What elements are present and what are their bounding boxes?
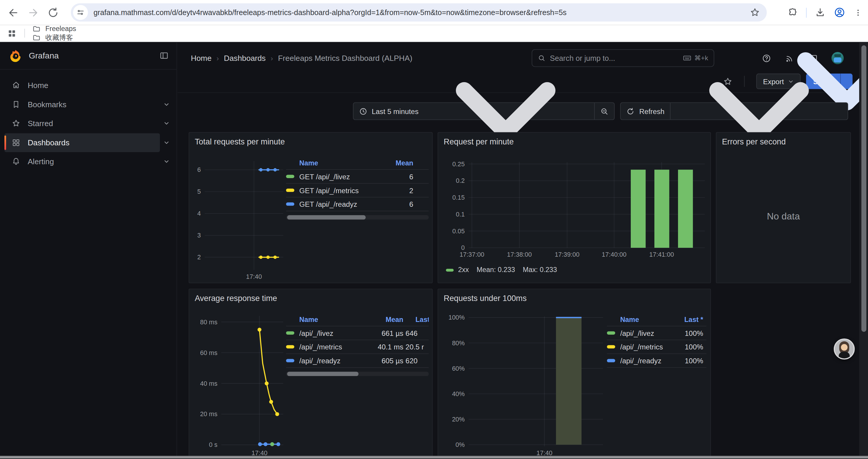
table-row[interactable]: GET /api/_/livez6 — [286, 170, 429, 184]
url-text[interactable]: grafana.mathmast.com/d/deytv4rwavabkb/fr… — [93, 8, 745, 17]
toolbar-divider — [806, 7, 807, 18]
svg-text:17:40: 17:40 — [246, 273, 262, 280]
series-name[interactable]: GET /api/_/livez — [299, 172, 382, 181]
column-header-name[interactable]: Name — [299, 316, 371, 323]
table-row[interactable]: /api/_/livez100% — [607, 326, 706, 340]
table-hscrollbar[interactable] — [286, 371, 429, 376]
refresh-interval-button[interactable] — [670, 103, 848, 119]
series-color-pill — [286, 189, 294, 192]
column-header-name[interactable]: Name — [299, 159, 382, 167]
timeseries-chart[interactable]: 17:4080 ms60 ms40 ms20 ms0 s — [193, 311, 284, 456]
panel-avg-response-time: Average response time 17:4080 ms60 ms40 … — [189, 289, 433, 456]
panel-title[interactable]: Request per minute — [444, 137, 514, 146]
browser-toolbar: grafana.mathmast.com/d/deytv4rwavabkb/fr… — [0, 0, 868, 25]
sidebar-item-dashboards[interactable]: Dashboards — [0, 133, 176, 152]
column-header[interactable]: Mean — [371, 316, 404, 323]
series-name[interactable]: GET /api/_/metrics — [299, 186, 382, 194]
table-row[interactable]: GET /api/_/readyz6 — [286, 198, 429, 211]
bookmark-folder[interactable]: 收藏博客 — [32, 33, 76, 42]
reload-icon[interactable] — [47, 6, 59, 19]
sidebar-item-alerting[interactable]: Alerting — [0, 152, 176, 171]
sidebar-item-home[interactable]: Home — [0, 76, 176, 95]
panel-title[interactable]: Errors per second — [722, 137, 786, 146]
breadcrumb-item[interactable]: Home — [191, 54, 212, 63]
bookmark-folder[interactable]: Freeleaps — [32, 24, 76, 33]
panel-title[interactable]: Requests under 100ms — [444, 294, 527, 302]
svg-text:3: 3 — [197, 232, 201, 239]
column-header[interactable]: Last * — [403, 316, 429, 323]
refresh-icon — [627, 107, 635, 115]
forward-icon[interactable] — [27, 6, 39, 19]
svg-text:17:39:00: 17:39:00 — [555, 251, 580, 258]
bookmark-star-icon[interactable] — [749, 7, 760, 18]
chart-legend[interactable]: 2xx Mean: 0.233 Max: 0.233 — [446, 266, 557, 274]
series-value: 2 — [382, 186, 413, 194]
assistant-avatar-overlay[interactable] — [834, 338, 855, 359]
table-hscrollbar[interactable] — [286, 215, 429, 220]
table-header-row: NameLast * — [607, 314, 706, 326]
panel-requests-under-100ms: Requests under 100ms 17:40100%80%60%40%2… — [438, 289, 711, 456]
active-indicator — [4, 135, 6, 150]
series-value: 40.1 ms — [371, 342, 404, 351]
apps-grid-icon[interactable] — [7, 28, 17, 38]
sidebar-item-bookmarks[interactable]: Bookmarks — [0, 95, 176, 114]
series-value: 20.5 r — [403, 342, 429, 351]
series-name[interactable]: /api/_/readyz — [620, 357, 675, 365]
refresh-button[interactable]: Refresh — [621, 103, 670, 119]
chevron-down-icon — [163, 139, 169, 145]
series-color-pill — [286, 331, 294, 335]
series-value: 661 µs — [371, 329, 404, 337]
page-scrollbar-thumb[interactable] — [862, 45, 867, 332]
table-row[interactable]: /api/_/readyz605 µs620 — [286, 354, 429, 368]
bar-chart[interactable]: 17:37:0017:38:0017:39:0017:40:0017:41:00… — [442, 155, 707, 262]
main-area: Home›Dashboards›Freeleaps Metrics Dashbo… — [178, 42, 868, 456]
browser-menu-icon[interactable] — [854, 8, 862, 17]
share-menu-button[interactable] — [840, 73, 852, 89]
panel-title[interactable]: Average response time — [195, 294, 277, 302]
address-bar[interactable]: grafana.mathmast.com/d/deytv4rwavabkb/fr… — [71, 3, 767, 22]
table-hscrollbar-thumb[interactable] — [287, 215, 366, 220]
grafana-logo-icon[interactable] — [8, 48, 23, 63]
series-name[interactable]: /api/_/livez — [299, 329, 371, 337]
panel-request-per-minute: Request per minute 17:37:0017:38:0017:39… — [438, 132, 711, 283]
series-value: 6 — [382, 200, 413, 208]
column-header[interactable]: Mean — [382, 159, 413, 167]
legend-table: NameLast */api/_/livez100%/api/_/metrics… — [607, 314, 706, 368]
time-range-picker[interactable]: Last 5 minutes — [353, 103, 594, 119]
profile-icon[interactable] — [834, 6, 845, 18]
table-row[interactable]: /api/_/metrics40.1 ms20.5 r — [286, 340, 429, 354]
table-row[interactable]: /api/_/livez661 µs646 — [286, 326, 429, 340]
folder-icon — [32, 33, 41, 42]
svg-text:0.15: 0.15 — [452, 194, 465, 201]
series-name[interactable]: /api/_/metrics — [299, 342, 371, 351]
column-header[interactable]: Last * — [675, 316, 703, 323]
site-info-button[interactable] — [73, 5, 88, 20]
table-row[interactable]: /api/_/metrics100% — [607, 340, 706, 354]
series-name[interactable]: /api/_/metrics — [620, 342, 675, 351]
window-bottom-edge — [0, 456, 868, 458]
bookmark-label: Freeleaps — [45, 25, 76, 32]
series-name[interactable]: /api/_/livez — [620, 329, 675, 337]
table-row[interactable]: GET /api/_/metrics2 — [286, 184, 429, 198]
sidebar-item-label: Dashboards — [28, 138, 69, 147]
timeseries-chart[interactable]: 17:4065432 — [193, 155, 284, 282]
sidebar-item-starred[interactable]: Starred — [0, 114, 176, 133]
tune-icon — [76, 8, 85, 17]
breadcrumb-item[interactable]: Dashboards — [224, 54, 266, 63]
svg-text:100%: 100% — [448, 314, 465, 321]
series-name[interactable]: /api/_/readyz — [299, 357, 371, 365]
panel-title[interactable]: Total requests per minute — [195, 137, 285, 146]
column-header-name[interactable]: Name — [620, 316, 675, 323]
zoom-out-button[interactable] — [594, 103, 614, 119]
downloads-icon[interactable] — [815, 7, 826, 18]
legend-table: NameMeanGET /api/_/livez6GET /api/_/metr… — [286, 157, 429, 220]
series-value: 620 — [403, 357, 429, 365]
extensions-icon[interactable] — [787, 7, 798, 18]
bar-chart[interactable]: 17:40100%80%60%40%20%0% — [442, 311, 604, 456]
table-hscrollbar-thumb[interactable] — [287, 371, 359, 376]
back-icon[interactable] — [7, 6, 19, 19]
table-row[interactable]: /api/_/readyz100% — [607, 354, 706, 368]
series-name[interactable]: GET /api/_/readyz — [299, 200, 382, 208]
collapse-sidebar-icon[interactable] — [159, 51, 169, 60]
viewport: grafana.mathmast.com/d/deytv4rwavabkb/fr… — [0, 0, 868, 459]
